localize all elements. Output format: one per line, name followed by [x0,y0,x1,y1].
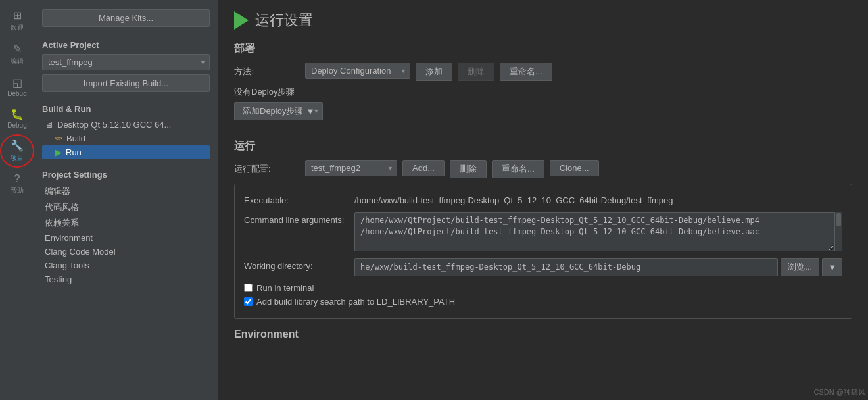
play-icon [234,11,249,30]
wrench-icon: 🔧 [11,139,24,152]
sidebar-item-edit[interactable]: ✎ 编辑 [1,39,33,70]
add-deploy-step-label: 添加Deploy步骤 [243,105,303,117]
cmd-args-input[interactable]: /home/wxw/QtProject/build-test_ffmpeg-De… [354,212,834,251]
settings-link-clang-tools[interactable]: Clang Tools [42,259,210,272]
icon-bar: ⊞ 欢迎 ✎ 编辑 ◱ Debug 🐛 Debug 🔧 项目 ? 帮助 [0,0,34,400]
settings-link-testing[interactable]: Testing [42,272,210,286]
add-deploy-step-button[interactable]: 添加Deploy步骤 ▼ [234,102,323,120]
settings-link-dependencies[interactable]: 依赖关系 [42,215,210,231]
edit-icon: ✎ [13,43,22,55]
method-label: 方法: [234,63,300,78]
run-config-label: 运行配置: [234,160,300,175]
desktop-kit-item[interactable]: 🖥 Desktop Qt 5.12.10 GCC 64... [42,118,210,132]
page-title: 运行设置 [255,11,313,30]
add-deploy-step-wrapper: 添加Deploy步骤 ▼ [234,102,852,120]
run-config-select[interactable]: test_ffmpeg2 [305,160,397,176]
active-project-section: Active Project test_ffmpeg Import Existi… [34,31,218,96]
environment-header: Environment [234,328,852,340]
active-project-title: Active Project [42,40,210,50]
deploy-rename-button[interactable]: 重命名... [500,63,552,81]
watermark: CSDN @独舞风 [814,388,865,397]
build-run-section: Build & Run 🖥 Desktop Qt 5.12.10 GCC 64.… [34,96,218,162]
scroll-thumb [836,213,841,226]
hammer-icon: ✏ [55,134,62,143]
executable-label: Executable: [244,192,349,205]
run-icon: ▶ [55,147,62,157]
sidebar-item-help[interactable]: ? 帮助 [1,169,33,199]
add-build-lib-checkbox[interactable] [244,297,253,306]
add-build-lib-label: Add build library search path to LD_LIBR… [256,297,455,307]
deploy-section: 部署 方法: Deploy Configuration 添加 删除 重命名...… [234,42,852,120]
browse-button[interactable]: 浏览... [781,258,819,276]
deploy-config-select[interactable]: Deploy Configuration [305,63,410,79]
settings-link-environment[interactable]: Environment [42,231,210,245]
deploy-section-header: 部署 [234,42,852,56]
scroll-indicator [834,212,842,251]
project-select[interactable]: test_ffmpeg [42,54,210,70]
sidebar-item-project[interactable]: 🔧 项目 [1,136,33,166]
main-content: 运行设置 部署 方法: Deploy Configuration 添加 删除 重… [218,0,868,400]
run-section-header: 运行 [234,139,852,153]
working-dir-input[interactable] [354,258,778,276]
build-item[interactable]: ✏ Build [42,132,210,145]
no-deploy-text: 没有Deploy步骤 [234,86,852,98]
settings-link-editor[interactable]: 编辑器 [42,184,210,199]
cmd-args-row: Command line arguments: /home/wxw/QtProj… [244,212,842,251]
executable-value: /home/wxw/build-test_ffmpeg-Desktop_Qt_5… [354,192,842,205]
run-rename-button[interactable]: 重命名... [492,160,544,178]
section-divider [234,130,852,130]
sidebar-item-design[interactable]: ◱ Debug [1,72,33,101]
help-icon: ? [14,173,20,185]
sidebar-item-debug[interactable]: 🐛 Debug [1,104,33,133]
cmd-args-label: Command line arguments: [244,212,349,225]
run-in-terminal-label: Run in terminal [256,283,314,293]
chevron-down-icon: ▼ [306,107,314,116]
monitor-icon: 🖥 [45,120,53,130]
add-build-lib-row: Add build library search path to LD_LIBR… [244,297,842,307]
project-settings-title: Project Settings [42,170,210,180]
deploy-add-button[interactable]: 添加 [416,63,452,81]
run-config-row: 运行配置: test_ffmpeg2 Add... 删除 重命名... Clon… [234,160,852,178]
settings-link-codestyle[interactable]: 代码风格 [42,199,210,215]
add-deploy-step-dropdown-wrapper: 添加Deploy步骤 ▼ [234,102,323,120]
run-add-button[interactable]: Add... [402,160,445,176]
build-run-title: Build & Run [42,104,210,114]
run-config-dropdown-wrapper: test_ffmpeg2 [305,160,397,176]
deploy-config-dropdown-wrapper: Deploy Configuration [305,63,410,79]
working-dir-row: Working directory: 浏览... ▼ [244,258,842,276]
deploy-delete-button[interactable]: 删除 [458,63,494,81]
run-in-terminal-row: Run in terminal [244,283,842,293]
working-dir-wrapper: 浏览... ▼ [354,258,842,276]
working-dir-label: Working directory: [244,258,349,271]
design-icon: ◱ [12,76,22,89]
manage-kits-button[interactable]: Manage Kits... [42,9,210,27]
environment-section: Environment [234,328,852,340]
settings-link-clang-code-model[interactable]: Clang Code Model [42,245,210,259]
run-section: 运行 运行配置: test_ffmpeg2 Add... 删除 重命名... C… [234,139,852,319]
executable-row: Executable: /home/wxw/build-test_ffmpeg-… [244,192,842,205]
dir-arrow-button[interactable]: ▼ [822,258,842,276]
import-existing-build-button[interactable]: Import Existing Build... [42,74,210,92]
deploy-method-row: 方法: Deploy Configuration 添加 删除 重命名... [234,63,852,81]
page-header: 运行设置 [234,11,852,30]
run-clone-button[interactable]: Clone... [550,160,599,176]
run-item[interactable]: ▶ Run [42,145,210,159]
grid-icon: ⊞ [13,9,22,22]
sidebar: Manage Kits... Active Project test_ffmpe… [34,0,218,400]
run-in-terminal-checkbox[interactable] [244,284,253,292]
run-config-details: Executable: /home/wxw/build-test_ffmpeg-… [234,184,852,319]
project-settings-section: Project Settings 编辑器 代码风格 依赖关系 Environme… [34,162,218,289]
sidebar-item-welcome[interactable]: ⊞ 欢迎 [1,5,33,36]
run-delete-button[interactable]: 删除 [450,160,487,178]
cmd-args-wrapper: /home/wxw/QtProject/build-test_ffmpeg-De… [354,212,842,251]
debug-icon: 🐛 [11,108,24,120]
